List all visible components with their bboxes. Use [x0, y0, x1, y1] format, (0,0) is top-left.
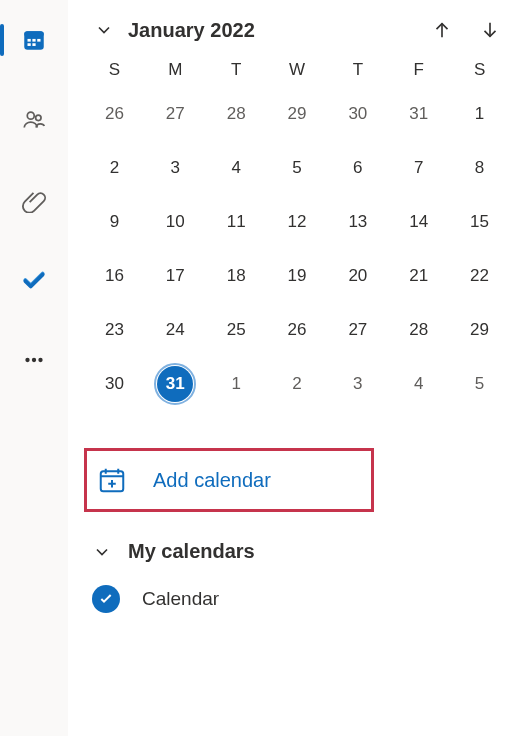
day-of-week-header: S — [449, 60, 510, 80]
calendar-visibility-toggle[interactable] — [92, 585, 120, 613]
day-of-week-header: S — [84, 60, 145, 80]
calendar-day[interactable]: 9 — [84, 202, 145, 242]
rail-todo-button[interactable] — [10, 256, 58, 304]
calendar-day[interactable]: 24 — [145, 310, 206, 350]
calendar-day[interactable]: 25 — [206, 310, 267, 350]
calendar-day[interactable]: 17 — [145, 256, 206, 296]
calendar-day[interactable]: 1 — [449, 94, 510, 134]
calendar-day[interactable]: 4 — [388, 364, 449, 404]
calendar-day[interactable]: 28 — [388, 310, 449, 350]
calendar-day[interactable]: 18 — [206, 256, 267, 296]
calendar-panel: January 2022 SMTWTFS26272829303112345678… — [68, 0, 526, 736]
rail-selection-indicator — [0, 24, 4, 56]
calendar-day[interactable]: 28 — [206, 94, 267, 134]
my-calendars-toggle[interactable]: My calendars — [84, 540, 510, 563]
calendar-day[interactable]: 2 — [84, 148, 145, 188]
svg-rect-2 — [28, 39, 31, 42]
month-nav — [430, 18, 502, 42]
arrow-up-icon — [431, 19, 453, 41]
svg-point-9 — [25, 358, 29, 362]
prev-month-button[interactable] — [430, 18, 454, 42]
calendar-day[interactable]: 3 — [145, 148, 206, 188]
svg-point-11 — [38, 358, 42, 362]
svg-rect-3 — [32, 39, 35, 42]
check-icon — [98, 591, 114, 607]
calendar-list-item[interactable]: Calendar — [84, 585, 510, 613]
calendar-day[interactable]: 31 — [388, 94, 449, 134]
calendar-day[interactable]: 26 — [84, 94, 145, 134]
day-of-week-header: T — [206, 60, 267, 80]
people-icon — [21, 107, 47, 133]
attachment-icon — [21, 187, 47, 213]
svg-rect-1 — [24, 31, 44, 36]
calendar-day[interactable]: 30 — [327, 94, 388, 134]
svg-rect-6 — [32, 43, 35, 46]
calendar-day[interactable]: 16 — [84, 256, 145, 296]
calendar-day[interactable]: 30 — [84, 364, 145, 404]
svg-point-10 — [32, 358, 36, 362]
chevron-down-icon — [94, 20, 114, 40]
svg-rect-4 — [37, 39, 40, 42]
add-calendar-button[interactable]: Add calendar — [84, 448, 374, 512]
mini-calendar-grid: SMTWTFS262728293031123456789101112131415… — [84, 60, 510, 404]
rail-more-button[interactable] — [10, 336, 58, 384]
svg-rect-5 — [28, 43, 31, 46]
calendar-icon — [21, 27, 47, 53]
day-of-week-header: W — [267, 60, 328, 80]
today-marker: 31 — [157, 366, 193, 402]
calendar-day[interactable]: 23 — [84, 310, 145, 350]
add-calendar-label: Add calendar — [153, 469, 271, 492]
svg-point-8 — [36, 115, 41, 120]
calendar-day[interactable]: 15 — [449, 202, 510, 242]
next-month-button[interactable] — [478, 18, 502, 42]
calendar-day[interactable]: 22 — [449, 256, 510, 296]
calendar-day[interactable]: 6 — [327, 148, 388, 188]
add-calendar-icon — [97, 465, 127, 495]
calendar-day[interactable]: 8 — [449, 148, 510, 188]
day-of-week-header: F — [388, 60, 449, 80]
calendar-day[interactable]: 2 — [267, 364, 328, 404]
chevron-down-icon — [92, 542, 112, 562]
calendar-day[interactable]: 10 — [145, 202, 206, 242]
my-calendars-label: My calendars — [128, 540, 255, 563]
checkmark-icon — [21, 267, 47, 293]
day-of-week-header: M — [145, 60, 206, 80]
arrow-down-icon — [479, 19, 501, 41]
calendar-day[interactable]: 4 — [206, 148, 267, 188]
calendar-day[interactable]: 5 — [267, 148, 328, 188]
calendar-day[interactable]: 20 — [327, 256, 388, 296]
month-collapse-toggle[interactable] — [92, 18, 116, 42]
calendar-day[interactable]: 13 — [327, 202, 388, 242]
month-header: January 2022 — [84, 18, 510, 42]
calendar-day[interactable]: 11 — [206, 202, 267, 242]
calendar-day[interactable]: 1 — [206, 364, 267, 404]
more-icon — [21, 347, 47, 373]
calendar-day[interactable]: 7 — [388, 148, 449, 188]
calendar-day[interactable]: 29 — [267, 94, 328, 134]
app-rail — [0, 0, 68, 736]
calendar-name: Calendar — [142, 588, 219, 610]
rail-calendar-button[interactable] — [10, 16, 58, 64]
day-of-week-header: T — [327, 60, 388, 80]
calendar-day[interactable]: 3 — [327, 364, 388, 404]
month-title: January 2022 — [128, 19, 418, 42]
calendar-day[interactable]: 26 — [267, 310, 328, 350]
calendar-day[interactable]: 5 — [449, 364, 510, 404]
rail-people-button[interactable] — [10, 96, 58, 144]
calendar-day[interactable]: 14 — [388, 202, 449, 242]
calendar-day[interactable]: 12 — [267, 202, 328, 242]
rail-files-button[interactable] — [10, 176, 58, 224]
calendar-day[interactable]: 31 — [145, 364, 206, 404]
calendar-day[interactable]: 21 — [388, 256, 449, 296]
calendar-day[interactable]: 19 — [267, 256, 328, 296]
svg-point-7 — [27, 112, 34, 119]
calendar-day[interactable]: 27 — [145, 94, 206, 134]
calendar-day[interactable]: 29 — [449, 310, 510, 350]
calendar-day[interactable]: 27 — [327, 310, 388, 350]
